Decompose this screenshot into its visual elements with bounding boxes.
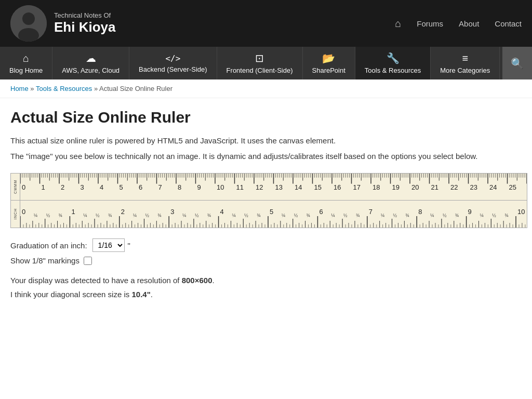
svg-text:½: ½ xyxy=(244,213,248,218)
ruler: MM CM 0123456789101112131415161718192021… xyxy=(10,173,527,228)
home-nav-icon[interactable]: ⌂ xyxy=(395,18,401,30)
svg-text:½: ½ xyxy=(145,213,149,218)
site-title: Technical Notes Of Ehi Kioya xyxy=(54,11,115,35)
folder-icon: 📂 xyxy=(322,52,335,64)
ruler-inch-row: INCH 0¼½¾1¼½¾2¼½¾3¼½¾4¼½¾5¼½¾6¼½¾7¼½¾8¼½… xyxy=(11,201,527,228)
menu-icon: ≡ xyxy=(462,52,468,64)
resolution-suffix: . xyxy=(212,276,214,285)
ruler-mm-label: MM CM xyxy=(11,174,20,200)
screen-size-value: 10.4" xyxy=(131,290,150,299)
contact-link[interactable]: Contact xyxy=(495,19,522,28)
svg-text:¼: ¼ xyxy=(34,213,38,218)
svg-text:½: ½ xyxy=(195,213,199,218)
svg-text:18: 18 xyxy=(373,183,380,191)
nav-sharepoint-label: SharePoint xyxy=(312,66,345,74)
svg-text:¾: ¾ xyxy=(455,213,459,218)
svg-text:3: 3 xyxy=(170,208,174,216)
main-navbar: ⌂ Blog Home ☁ AWS, Azure, Cloud </> Back… xyxy=(0,47,532,79)
svg-text:15: 15 xyxy=(314,183,321,191)
svg-text:1: 1 xyxy=(41,183,45,191)
site-header: Technical Notes Of Ehi Kioya ⌂ Forums Ab… xyxy=(0,0,532,47)
svg-text:5: 5 xyxy=(119,183,123,191)
svg-text:¾: ¾ xyxy=(108,213,112,218)
nav-backend[interactable]: </> Backend (Server-Side) xyxy=(129,47,217,79)
ruler-inch-ticks: 0¼½¾1¼½¾2¼½¾3¼½¾4¼½¾5¼½¾6¼½¾7¼½¾8¼½¾9¼½¾… xyxy=(20,201,527,228)
search-icon: 🔍 xyxy=(511,57,524,70)
svg-text:6: 6 xyxy=(319,208,323,216)
svg-text:7: 7 xyxy=(369,208,373,216)
svg-text:½: ½ xyxy=(294,213,298,218)
breadcrumb-tools[interactable]: Tools & Resources xyxy=(36,85,92,92)
nav-sharepoint[interactable]: 📂 SharePoint xyxy=(303,47,355,79)
svg-text:5: 5 xyxy=(270,208,273,216)
screen-size-line: I think your diagonal screen size is 10.… xyxy=(10,287,514,301)
svg-text:½: ½ xyxy=(393,213,397,218)
svg-text:3: 3 xyxy=(80,183,84,191)
nav-blog-home-label: Blog Home xyxy=(9,66,43,74)
svg-text:½: ½ xyxy=(492,213,496,218)
ruler-mm-row: MM CM 0123456789101112131415161718192021… xyxy=(11,174,527,201)
svg-text:¾: ¾ xyxy=(405,213,409,218)
svg-text:21: 21 xyxy=(431,183,438,191)
graduation-row: Graduation of an inch: 1/2 1/4 1/8 1/16 … xyxy=(10,238,514,252)
svg-text:¼: ¼ xyxy=(83,213,87,218)
svg-text:23: 23 xyxy=(470,183,477,191)
svg-text:¾: ¾ xyxy=(307,213,311,218)
svg-text:¼: ¼ xyxy=(282,213,286,218)
resolution-value: 800×600 xyxy=(182,276,212,285)
show-markings-row: Show 1/8" markings xyxy=(10,256,514,265)
site-name: Ehi Kioya xyxy=(54,19,115,35)
svg-text:7: 7 xyxy=(158,183,162,191)
svg-text:½: ½ xyxy=(343,213,348,218)
breadcrumb-home[interactable]: Home xyxy=(10,85,29,92)
svg-text:¼: ¼ xyxy=(232,213,236,218)
page-title: Actual Size Online Ruler xyxy=(10,109,514,126)
nav-more-label: More Categories xyxy=(440,66,490,74)
resolution-prefix: Your display was detected to have a reso… xyxy=(10,276,182,285)
forums-link[interactable]: Forums xyxy=(417,19,443,28)
show-markings-text: Show 1/8" markings xyxy=(10,256,79,265)
nav-frontend[interactable]: ⊡ Frontend (Client-Side) xyxy=(217,47,303,79)
svg-text:14: 14 xyxy=(295,183,302,191)
header-left: Technical Notes Of Ehi Kioya xyxy=(10,5,115,42)
graduation-label: Graduation of an inch: xyxy=(10,241,87,250)
nav-blog-home[interactable]: ⌂ Blog Home xyxy=(0,47,52,79)
breadcrumb-sep2: » xyxy=(94,85,99,92)
breadcrumb-current: Actual Size Online Ruler xyxy=(99,85,172,92)
about-link[interactable]: About xyxy=(459,19,479,28)
svg-text:10: 10 xyxy=(517,208,525,216)
nav-backend-label: Backend (Server-Side) xyxy=(139,65,207,73)
show-markings-label[interactable]: Show 1/8" markings xyxy=(10,256,92,265)
nav-tools[interactable]: 🔧 Tools & Resources xyxy=(355,47,431,79)
svg-text:13: 13 xyxy=(275,183,282,191)
svg-text:¾: ¾ xyxy=(257,213,261,218)
code-icon: </> xyxy=(165,54,180,63)
svg-text:9: 9 xyxy=(197,183,201,191)
svg-point-1 xyxy=(22,12,35,25)
site-subtitle: Technical Notes Of xyxy=(54,11,115,19)
svg-text:9: 9 xyxy=(468,208,472,216)
svg-text:¼: ¼ xyxy=(480,213,484,218)
svg-text:¾: ¾ xyxy=(157,213,162,218)
show-markings-checkbox[interactable] xyxy=(84,257,92,265)
svg-text:1: 1 xyxy=(71,208,75,216)
main-content: Actual Size Online Ruler This actual siz… xyxy=(0,98,525,312)
svg-text:¼: ¼ xyxy=(182,213,187,218)
breadcrumb-sep1: » xyxy=(30,85,36,92)
display-info: Your display was detected to have a reso… xyxy=(10,273,514,301)
svg-text:25: 25 xyxy=(509,183,516,191)
svg-text:4: 4 xyxy=(100,183,103,191)
svg-text:0: 0 xyxy=(22,208,25,216)
graduation-select[interactable]: 1/2 1/4 1/8 1/16 1/32 xyxy=(92,238,125,252)
svg-text:¾: ¾ xyxy=(504,213,509,218)
header-nav: ⌂ Forums About Contact xyxy=(395,18,522,30)
nav-more[interactable]: ≡ More Categories xyxy=(431,47,500,79)
screen-size-prefix: I think your diagonal screen size is xyxy=(10,290,131,299)
svg-text:0: 0 xyxy=(22,183,25,191)
svg-text:½: ½ xyxy=(443,213,447,218)
nav-aws[interactable]: ☁ AWS, Azure, Cloud xyxy=(52,47,129,79)
svg-text:¾: ¾ xyxy=(207,213,211,218)
search-button[interactable]: 🔍 xyxy=(502,47,532,79)
svg-text:½: ½ xyxy=(46,213,50,218)
controls: Graduation of an inch: 1/2 1/4 1/8 1/16 … xyxy=(10,238,514,265)
